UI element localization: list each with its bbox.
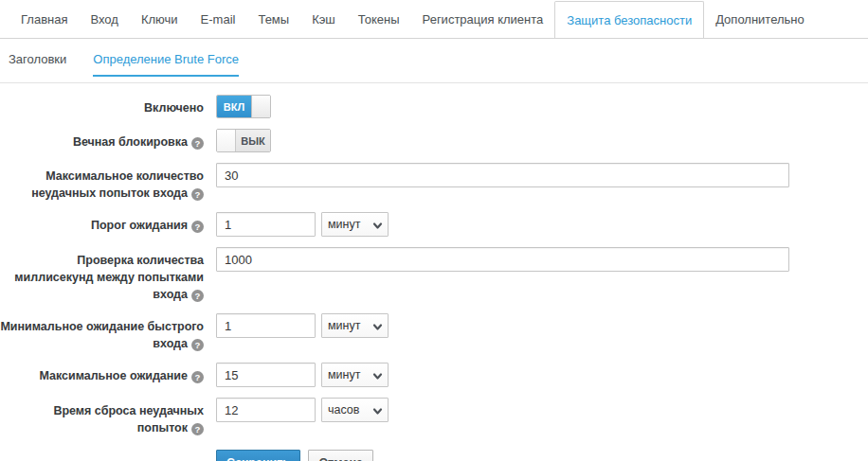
permanent-lockout-toggle[interactable]: ВЫК [216, 129, 271, 152]
quick-login-check-label: Проверка количества миллисекунд между по… [0, 247, 204, 303]
form-row-failure-reset-time: Время сброса неудачных попыток часов [0, 398, 868, 436]
wait-increment-unit-select[interactable]: минут [322, 213, 388, 236]
help-icon[interactable] [191, 371, 204, 383]
form-row-max-wait: Максимальное ожидание минут [0, 363, 868, 387]
wait-increment-label: Порог ожидания [0, 212, 204, 237]
form-row-max-login-failures: Максимальное количество неудачных попыто… [0, 163, 868, 202]
tab-client-registration[interactable]: Регистрация клиента [411, 1, 555, 38]
min-quick-login-wait-unit-select[interactable]: минут [322, 314, 388, 337]
wait-increment-input[interactable] [216, 212, 316, 237]
failure-reset-time-label: Время сброса неудачных попыток [0, 398, 204, 436]
failure-reset-time-unit-select[interactable]: часов [322, 399, 388, 421]
help-icon[interactable] [191, 188, 204, 201]
save-button[interactable]: Сохранить [216, 450, 300, 461]
toggle-handle [217, 130, 236, 151]
toggle-on-label: ВКЛ [217, 96, 251, 117]
tab-email[interactable]: E-mail [190, 1, 247, 38]
form-actions: Сохранить Отмена [0, 450, 868, 461]
help-icon[interactable] [191, 339, 204, 351]
permanent-lockout-label: Вечная блокировка [0, 129, 204, 152]
form-row-enabled: Включено ВКЛ [0, 95, 868, 118]
help-icon[interactable] [191, 423, 204, 435]
cancel-button[interactable]: Отмена [308, 450, 373, 461]
form-row-min-quick-login-wait: Минимальное ожидание быстрого входа мину… [0, 313, 868, 352]
tab-security-defenses[interactable]: Защита безопасности [554, 1, 704, 38]
enabled-toggle[interactable]: ВКЛ [216, 95, 271, 118]
failure-reset-time-input[interactable] [216, 398, 316, 422]
enabled-label: Включено [0, 95, 204, 118]
subtab-headers[interactable]: Заголовки [9, 52, 66, 77]
tab-themes[interactable]: Темы [246, 1, 300, 38]
help-icon[interactable] [191, 137, 204, 150]
form-row-quick-login-check: Проверка количества миллисекунд между по… [0, 247, 868, 303]
form-row-permanent-lockout: Вечная блокировка ВЫК [0, 129, 868, 152]
max-wait-label: Максимальное ожидание [0, 363, 204, 387]
toggle-off-label: ВЫК [236, 130, 270, 151]
max-wait-unit-select-wrap: минут [321, 363, 389, 387]
brute-force-detection-form: Включено ВКЛ Вечная блокировка ВЫК [0, 83, 868, 461]
tab-login[interactable]: Вход [79, 1, 129, 38]
failure-reset-time-unit-select-wrap: часов [321, 398, 389, 422]
max-wait-unit-select[interactable]: минут [322, 363, 388, 386]
tab-keys[interactable]: Ключи [130, 1, 190, 38]
form-row-wait-increment: Порог ожидания минут [0, 212, 868, 237]
help-icon[interactable] [191, 221, 204, 233]
tab-general[interactable]: Главная [9, 1, 79, 38]
tab-additional[interactable]: Дополнительно [704, 1, 816, 38]
quick-login-check-input[interactable] [216, 247, 789, 272]
max-wait-input[interactable] [216, 363, 316, 387]
subtab-brute-force-detection[interactable]: Определение Brute Force [93, 52, 239, 77]
tab-cache[interactable]: Кэш [300, 1, 347, 38]
min-quick-login-wait-unit-select-wrap: минут [321, 313, 389, 338]
max-login-failures-label: Максимальное количество неудачных попыто… [0, 163, 204, 202]
min-quick-login-wait-input[interactable] [216, 313, 316, 338]
realm-security-defenses-page: Главная Вход Ключи E-mail Темы Кэш Токен… [0, 0, 868, 461]
toggle-handle [251, 96, 270, 117]
wait-increment-unit-select-wrap: минут [321, 212, 389, 237]
min-quick-login-wait-label: Минимальное ожидание быстрого входа [0, 313, 204, 352]
help-icon[interactable] [191, 290, 204, 302]
max-login-failures-input[interactable] [216, 163, 789, 187]
tab-tokens[interactable]: Токены [347, 1, 411, 38]
security-defenses-subtab-bar: Заголовки Определение Brute Force [0, 39, 868, 77]
realm-tab-bar: Главная Вход Ключи E-mail Темы Кэш Токен… [0, 0, 868, 39]
